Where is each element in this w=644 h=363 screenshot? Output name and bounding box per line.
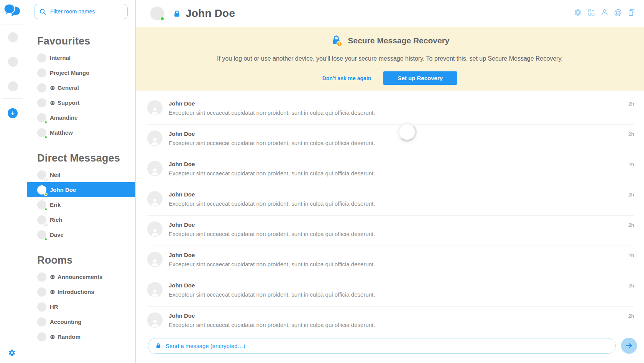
room-filter-box bbox=[34, 4, 128, 19]
message-avatar-person-icon bbox=[147, 161, 163, 176]
presence-online-dot bbox=[44, 120, 48, 124]
globe-icon bbox=[50, 85, 55, 91]
room-name-label: Announcements bbox=[58, 274, 103, 280]
message-timestamp: 2h bbox=[628, 222, 634, 246]
message-text: Excepteur sint occaecat cupidatat non pr… bbox=[169, 231, 628, 237]
message-timestamp: 2h bbox=[628, 283, 634, 306]
sidebar-dm-item[interactable]: John Doe bbox=[27, 182, 135, 197]
room-avatar bbox=[37, 272, 46, 282]
room-avatar bbox=[37, 113, 46, 122]
composer-input[interactable] bbox=[166, 343, 609, 349]
section-heading-rooms: Rooms bbox=[37, 254, 135, 266]
rooms-list: Announcements Introductions HR Accountin… bbox=[27, 269, 135, 344]
message-text: Excepteur sint occaecat cupidatat non pr… bbox=[169, 322, 628, 328]
rail-avatar[interactable] bbox=[8, 57, 18, 67]
dismiss-button[interactable]: Don’t ask me again bbox=[322, 75, 371, 81]
message-content: John Doe Excepteur sint occaecat cupidat… bbox=[169, 100, 628, 124]
message-sender: John Doe bbox=[169, 191, 628, 198]
settings-gear-icon[interactable] bbox=[8, 349, 16, 358]
sidebar-room-item[interactable]: Internal bbox=[27, 50, 135, 65]
room-name-label: Accounting bbox=[50, 318, 82, 325]
user-name-label: John Doe bbox=[50, 186, 76, 193]
send-button[interactable] bbox=[621, 338, 637, 354]
sidebar-room-item[interactable]: Announcements bbox=[27, 269, 135, 284]
room-name-label: Introductions bbox=[58, 289, 94, 295]
message-row: John Doe Excepteur sint occaecat cupidat… bbox=[147, 246, 634, 276]
message-content: John Doe Excepteur sint occaecat cupidat… bbox=[169, 221, 628, 246]
sidebar-room-item[interactable]: Project Mango bbox=[27, 65, 135, 80]
user-name-label: Neil bbox=[50, 172, 61, 178]
message-text: Excepteur sint occaecat cupidatat non pr… bbox=[169, 109, 628, 116]
sidebar-room-item[interactable]: Matthew bbox=[27, 125, 135, 140]
room-name-label: Internal bbox=[50, 54, 71, 61]
message-sender: John Doe bbox=[169, 100, 628, 107]
room-list-sidebar: Favourites Internal Project Mango bbox=[27, 0, 136, 363]
rail-avatar[interactable] bbox=[8, 32, 18, 42]
settings-icon[interactable] bbox=[573, 8, 582, 16]
message-text: Excepteur sint occaecat cupidatat non pr… bbox=[169, 170, 628, 177]
rail-divider bbox=[2, 25, 23, 25]
plus-icon: + bbox=[11, 109, 15, 117]
room-name-label: HR bbox=[50, 304, 58, 310]
message-content: John Doe Excepteur sint occaecat cupidat… bbox=[169, 312, 628, 337]
sidebar-dm-item[interactable]: Dave bbox=[27, 227, 135, 242]
composer-input-box bbox=[148, 338, 616, 354]
svg-text:!: ! bbox=[338, 41, 340, 46]
conversation-title: John Doe bbox=[186, 7, 235, 20]
message-composer bbox=[148, 338, 637, 354]
message-avatar-person-icon bbox=[147, 130, 163, 146]
message-avatar-person-icon bbox=[147, 282, 163, 297]
message-timestamp: 2h bbox=[628, 313, 634, 337]
sidebar-dm-item[interactable]: Erik bbox=[27, 197, 135, 212]
secure-recovery-banner: ! Secure Message Recovery If you log out… bbox=[136, 27, 644, 91]
message-content: John Doe Excepteur sint occaecat cupidat… bbox=[169, 282, 628, 306]
app-rail: + bbox=[0, 0, 27, 363]
members-icon[interactable] bbox=[600, 8, 609, 16]
room-avatar bbox=[37, 317, 46, 327]
room-avatar bbox=[37, 128, 46, 137]
files-icon[interactable] bbox=[627, 8, 636, 16]
message-sender: John Doe bbox=[169, 282, 628, 289]
sidebar-room-item[interactable]: Introductions bbox=[27, 284, 135, 299]
sidebar-room-item[interactable]: General bbox=[27, 80, 135, 95]
presence-online-dot bbox=[160, 16, 164, 21]
sidebar-room-item[interactable]: Accounting bbox=[27, 314, 135, 329]
user-avatar bbox=[37, 215, 46, 224]
warning-lock-icon: ! bbox=[330, 35, 343, 47]
setup-recovery-button[interactable]: Set up Recovery bbox=[383, 71, 457, 85]
message-row: John Doe Excepteur sint occaecat cupidat… bbox=[147, 94, 634, 125]
globe-icon bbox=[50, 334, 55, 340]
presence-online-dot bbox=[44, 135, 48, 139]
sidebar-dm-item[interactable]: Rich bbox=[27, 212, 135, 227]
room-name-label: Matthew bbox=[50, 129, 73, 136]
message-timestamp: 2h bbox=[628, 131, 634, 155]
message-avatar-person-icon bbox=[147, 221, 163, 237]
room-avatar bbox=[37, 83, 46, 92]
message-timestamp: 2h bbox=[628, 192, 634, 215]
rail-divider bbox=[2, 49, 23, 49]
add-integration-icon[interactable] bbox=[587, 8, 595, 16]
user-name-label: Rich bbox=[50, 216, 62, 223]
sidebar-room-item[interactable]: Random bbox=[27, 329, 135, 344]
message-text: Excepteur sint occaecat cupidatat non pr… bbox=[169, 261, 628, 267]
add-room-button[interactable]: + bbox=[8, 108, 18, 118]
sidebar-room-item[interactable]: HR bbox=[27, 299, 135, 314]
sidebar-room-item[interactable]: Amandine bbox=[27, 110, 135, 125]
conversation-panel: John Doe @ bbox=[136, 0, 644, 363]
message-row: John Doe Excepteur sint occaecat cupidat… bbox=[147, 185, 634, 216]
rail-avatar[interactable] bbox=[8, 81, 18, 91]
mentions-icon[interactable]: @ bbox=[614, 8, 622, 16]
globe-icon bbox=[50, 289, 55, 295]
message-avatar-person-icon bbox=[147, 100, 163, 116]
message-sender: John Doe bbox=[169, 221, 628, 228]
room-filter-input[interactable] bbox=[50, 8, 123, 15]
room-name-label: General bbox=[58, 84, 79, 91]
at-glyph: @ bbox=[614, 8, 622, 17]
section-heading-favourites: Favourites bbox=[37, 35, 135, 47]
presence-online-dot bbox=[44, 208, 48, 211]
sidebar-dm-item[interactable]: Neil bbox=[27, 167, 135, 182]
message-timestamp: 2h bbox=[628, 162, 634, 185]
sidebar-room-item[interactable]: Support bbox=[27, 95, 135, 110]
message-row: John Doe Excepteur sint occaecat cupidat… bbox=[147, 125, 634, 155]
message-text: Excepteur sint occaecat cupidatat non pr… bbox=[169, 200, 628, 207]
